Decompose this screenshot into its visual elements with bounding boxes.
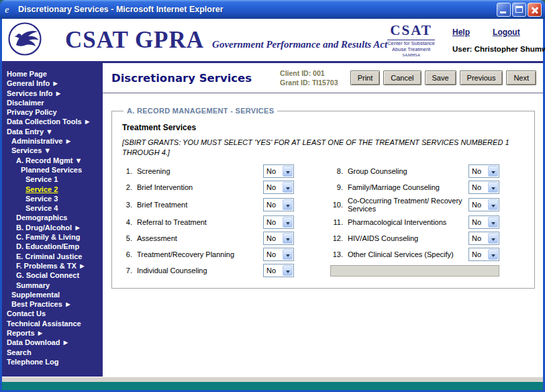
sidebar-item-d-education-emp[interactable]: D. Education/Emp: [2, 242, 103, 251]
service-number: 7.: [122, 262, 136, 279]
column-spacer: [298, 163, 329, 179]
referral-to-treatment-dropdown[interactable]: No: [263, 215, 294, 229]
status-bar: [2, 377, 543, 382]
treatment-services-title: Treatment Services: [122, 123, 526, 132]
service-label: Referral to Treatment: [136, 214, 262, 230]
chevron-down-icon: [283, 233, 293, 244]
pharmacological-interventions-dropdown[interactable]: No: [468, 215, 499, 229]
sidebar-item-contact-us[interactable]: Contact Us: [2, 309, 103, 318]
sidebar-item-best-practices[interactable]: Best Practices ►: [2, 299, 103, 309]
chevron-down-icon: [283, 166, 293, 177]
sidebar-item-f-problems-tx[interactable]: F. Problems & TX ►: [2, 261, 103, 271]
sidebar-item-b-drug-alcohol[interactable]: B. Drug/Alcohol ►: [2, 223, 103, 232]
sbirt-note: [SBIRT GRANTS: YOU MUST SELECT 'YES' FOR…: [122, 138, 525, 158]
dropdown-value: No: [264, 199, 282, 211]
other-clinical-specify-input: [330, 265, 499, 277]
sidebar-item-service-2[interactable]: Service 2: [2, 185, 103, 194]
dropdown-value: No: [264, 165, 282, 177]
sidebar-item-service-3[interactable]: Service 3: [2, 194, 103, 203]
maximize-button[interactable]: [512, 3, 526, 17]
family-marriage-counseling-dropdown[interactable]: No: [468, 181, 499, 194]
column-spacer: [298, 230, 329, 246]
sidebar-item-e-criminal-justice[interactable]: E. Criminal Justice: [2, 252, 103, 261]
save-button[interactable]: Save: [425, 70, 456, 85]
column-spacer: [298, 214, 329, 230]
sidebar-item-services-info[interactable]: Services Info ►: [2, 89, 103, 98]
sidebar-item-demographics[interactable]: Demographics: [2, 213, 103, 222]
logout-link[interactable]: Logout: [493, 28, 520, 37]
sidebar-item-search[interactable]: Search: [2, 348, 103, 357]
co-occurring-treatment-recovery-services-dropdown[interactable]: No: [468, 198, 499, 211]
chevron-down-icon: [283, 182, 293, 193]
other-clinical-services-specify-dropdown[interactable]: No: [468, 248, 499, 261]
brief-intervention-dropdown[interactable]: No: [263, 181, 294, 194]
header-right: Help Logout User: Christopher Shumway: [447, 28, 545, 53]
sidebar-item-g-social-connect[interactable]: G. Social Connect: [2, 271, 103, 280]
brand: CSAT GPRA Government Performance and Res…: [65, 28, 387, 52]
hiv-aids-counseling-dropdown[interactable]: No: [468, 232, 499, 245]
sidebar-item-disclaimer[interactable]: Disclaimer: [2, 98, 103, 107]
brief-treatment-dropdown[interactable]: No: [263, 198, 294, 211]
sidebar-item-a-record-mgmt[interactable]: A. Record Mgmt ▼: [2, 156, 103, 165]
service-label: Screening: [136, 163, 262, 179]
minimize-button[interactable]: [497, 3, 511, 17]
service-label: Brief Treatment: [136, 195, 262, 214]
service-number: 12.: [329, 230, 346, 246]
screening-dropdown[interactable]: No: [263, 164, 294, 178]
service-label: Individual Counseling: [136, 262, 262, 279]
chevron-down-icon: [488, 199, 498, 210]
sidebar-item-summary[interactable]: Summary: [2, 281, 103, 290]
service-select-cell: No: [467, 246, 501, 262]
group-counseling-dropdown[interactable]: No: [468, 164, 499, 178]
sidebar-item-home-page[interactable]: Home Page: [2, 69, 103, 79]
sidebar-item-privacy-policy[interactable]: Privacy Policy: [2, 107, 103, 117]
service-select-cell: No: [467, 195, 501, 214]
treatment-recovery-planning-dropdown[interactable]: No: [263, 248, 294, 261]
help-link[interactable]: Help: [452, 28, 470, 37]
app-header: CSAT GPRA Government Performance and Res…: [2, 19, 543, 63]
service-number: 8.: [329, 163, 346, 179]
sidebar-item-c-family-living[interactable]: C. Family & Living: [2, 232, 103, 242]
cancel-button[interactable]: Cancel: [383, 70, 421, 85]
dropdown-value: No: [469, 181, 487, 193]
csat-logo: CSAT Center for Substance Abuse Treatmen…: [387, 22, 435, 58]
service-select-cell: No: [262, 195, 298, 214]
close-button[interactable]: [528, 3, 542, 17]
service-select-cell: No: [467, 230, 501, 246]
service-number: 6.: [122, 246, 136, 262]
print-button[interactable]: Print: [350, 70, 381, 85]
window-titlebar[interactable]: e Discretionary Services - Microsoft Int…: [0, 0, 545, 19]
window-title: Discretionary Services - Microsoft Inter…: [18, 5, 497, 14]
sidebar-item-technical-assistance[interactable]: Technical Assistance: [2, 319, 103, 328]
sidebar-item-administrative[interactable]: Administrative ►: [2, 136, 103, 146]
service-row: 6.Treatment/Recovery PlanningNo13.Other …: [122, 246, 501, 262]
dropdown-value: No: [264, 181, 282, 193]
client-grant-ids: Client ID: 001 Grant ID: TI15703: [280, 68, 338, 87]
maximize-icon: [515, 6, 523, 13]
service-number: 13.: [329, 246, 346, 262]
next-button[interactable]: Next: [506, 70, 536, 85]
service-label: Group Counseling: [346, 163, 467, 179]
app-body: Home PageGeneral Info ►Services Info ►Di…: [2, 63, 543, 377]
previous-button[interactable]: Previous: [460, 70, 503, 85]
sidebar-item-data-download[interactable]: Data Download ►: [2, 338, 103, 347]
sidebar-item-data-collection-tools[interactable]: Data Collection Tools ►: [2, 117, 103, 126]
sidebar-item-data-entry[interactable]: Data Entry ▼: [2, 127, 103, 136]
sidebar-item-service-1[interactable]: Service 1: [2, 175, 103, 184]
service-row: 2.Brief InterventionNo9.Family/Marriage …: [122, 179, 501, 195]
sidebar-item-planned-services[interactable]: Planned Services: [2, 165, 103, 175]
specify-cell: [329, 262, 501, 279]
service-label: HIV/AIDS Counseling: [346, 230, 467, 246]
sidebar-item-service-4[interactable]: Service 4: [2, 203, 103, 213]
individual-counseling-dropdown[interactable]: No: [263, 264, 294, 277]
service-select-cell: No: [262, 246, 298, 262]
brand-tagline: Government Performance and Results Act: [212, 39, 387, 50]
sidebar-item-general-info[interactable]: General Info ►: [2, 79, 103, 88]
sidebar-item-supplemental[interactable]: Supplemental: [2, 290, 103, 299]
sidebar-item-reports[interactable]: Reports ►: [2, 328, 103, 338]
sidebar-item-telephone-log[interactable]: Telephone Log: [2, 357, 103, 366]
service-row: 7.Individual CounselingNo: [122, 262, 501, 279]
csat-logo-line1: Center for Substance: [387, 40, 435, 46]
sidebar-item-services[interactable]: Services ▼: [2, 146, 103, 155]
assessment-dropdown[interactable]: No: [263, 232, 294, 245]
